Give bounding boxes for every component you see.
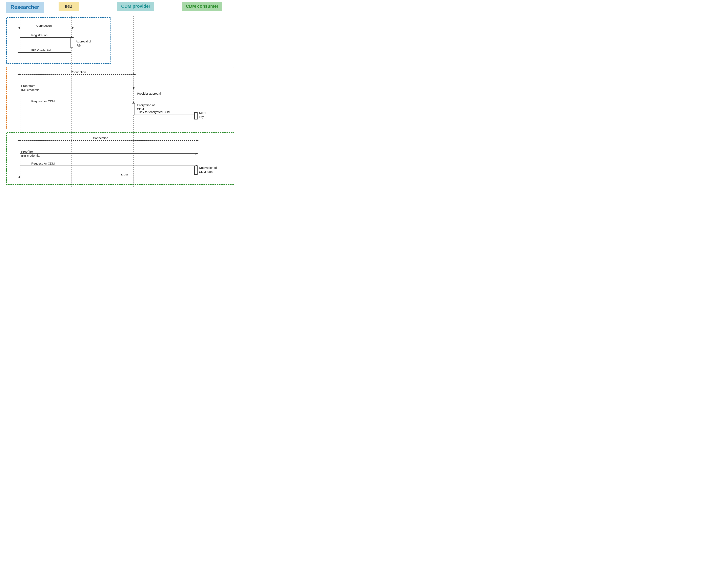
msg-key-encrypted-cdm: key for encrypted CDM [139,110,170,114]
section-connection-registration [6,17,111,64]
actor-irb: IRB [59,2,79,11]
msg-irb-credential: IRB Credential [31,48,51,52]
section-provider [6,67,234,129]
msg-connection-2: Connection [71,70,86,74]
msg-approval-irb: Approval ofIRB [76,39,91,47]
msg-cdm: CDM [121,173,128,176]
actor-researcher: Researcher [6,2,44,13]
msg-provider-approval: Provider approval [137,92,161,96]
msg-proof-irb-1: Proof fromIRB credential [21,84,40,92]
msg-store-key: Storekey [199,111,206,119]
msg-proof-irb-2: Proof fromIRB credential [21,149,40,157]
sequence-diagram: Researcher IRB CDM provider CDM consumer [0,0,242,188]
msg-connection-3: Connection [93,136,108,140]
msg-connection-label-1: Connection [36,24,52,27]
activation-cdm-consumer-decryption [194,166,198,175]
msg-registration: Registration [31,33,47,37]
actor-cdm-provider: CDM provider [117,2,154,11]
activation-irb-approval [70,37,73,47]
msg-request-cdm-2: Request for CDM [31,162,55,165]
section-consumer [6,132,234,185]
activation-cdm-consumer-storekey [194,112,198,119]
msg-request-cdm-1: Request for CDM [31,99,55,103]
actor-cdm-consumer: CDM consumer [182,2,222,11]
msg-encryption-cdm: Encryption ofCDM [137,103,155,111]
msg-decryption-cdm: Decryption ofCDM data [199,166,217,174]
activation-cdm-provider-encryption [132,103,135,115]
